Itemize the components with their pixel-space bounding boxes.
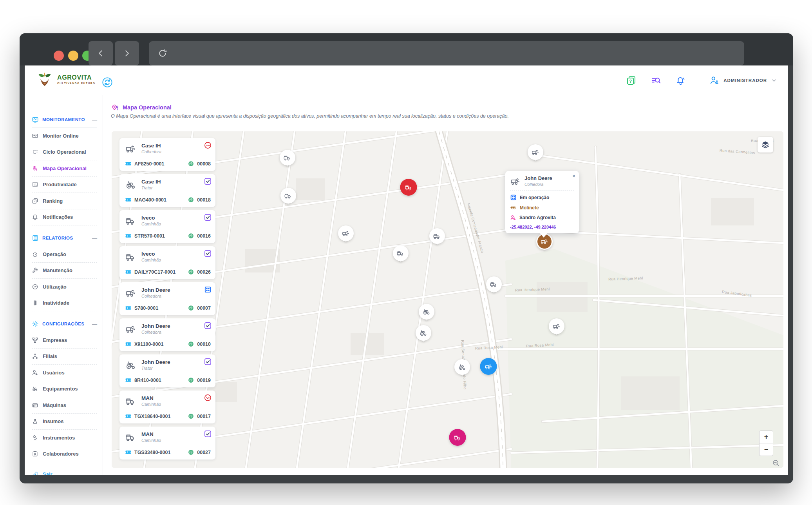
harvester-icon <box>125 323 137 335</box>
vehicle-card[interactable]: MANCaminhãoTGS33480-000100027 <box>119 427 215 460</box>
vehicle-status[interactable] <box>204 322 212 329</box>
sidebar-item-label: Notificações <box>43 214 73 220</box>
sidebar-item-ciclo-operacional[interactable]: Ciclo Operacional <box>32 144 97 161</box>
vehicle-card[interactable]: John DeereColhedoraS780-000100007 <box>119 282 215 315</box>
log-search-icon[interactable] <box>651 75 661 86</box>
sidebar-item-operacao[interactable]: Operação <box>32 246 97 263</box>
app: AGROVITA CULTIVANDO FUTURO ? ADMINISTRAD… <box>25 65 788 475</box>
fingerprint-icon <box>188 413 194 420</box>
sidebar-item-sair[interactable]: Sair <box>32 466 97 475</box>
sidebar-item-utilizacao[interactable]: Utilização <box>32 279 97 295</box>
vehicle-status[interactable] <box>204 214 212 221</box>
vehicle-card[interactable]: John DeereColhedoraX91100-000100010 <box>119 318 215 351</box>
vehicle-card[interactable]: John DeereTrator8R410-000100019 <box>119 354 215 387</box>
truck-icon <box>433 232 441 240</box>
status-checked-icon <box>204 322 212 329</box>
map-marker-white[interactable] <box>454 359 470 375</box>
sidebar-item-label: Ciclo Operacional <box>43 149 86 155</box>
map-marker-white[interactable] <box>486 276 502 292</box>
logo[interactable]: AGROVITA CULTIVANDO FUTURO <box>36 70 96 88</box>
sidebar-item-notificacoes[interactable]: Notificações <box>32 209 97 226</box>
sidebar-section-header[interactable]: CONFIGURAÇÕES— <box>32 316 97 332</box>
map-marker-white[interactable] <box>280 150 295 165</box>
back-button[interactable] <box>89 41 113 65</box>
vehicle-status[interactable] <box>204 142 212 149</box>
vehicle-code: MAG400-0001 <box>134 197 166 203</box>
map-marker-white[interactable] <box>280 188 296 203</box>
sidebar-item-ranking[interactable]: Ranking <box>32 193 97 209</box>
map-marker-white[interactable] <box>419 304 434 320</box>
sidebar-item-insumos[interactable]: Insumos <box>32 414 97 430</box>
vehicle-card[interactable]: IvecoCaminhãoDAILY70C17-000100026 <box>119 246 215 279</box>
vehicle-card[interactable]: Case IHTratorMAG400-000100018 <box>119 174 215 207</box>
sidebar-item-mapa-operacional[interactable]: Mapa Operacional <box>32 160 97 177</box>
minimize-window-button[interactable] <box>68 51 78 61</box>
sidebar: MONITORAMENTO—Monitor OnlineCiclo Operac… <box>25 95 103 475</box>
collapse-icon[interactable]: — <box>92 235 97 241</box>
sidebar-item-colaboradores[interactable]: Colaboradores <box>32 446 97 463</box>
vehicle-code: STR570-0001 <box>134 233 165 239</box>
sidebar-section-header[interactable]: RELATÓRIOS— <box>32 230 97 246</box>
chevron-left-icon <box>96 48 106 58</box>
status-checked-icon <box>204 214 212 221</box>
vehicle-brand: Case IH <box>141 143 161 149</box>
sidebar-item-empresas[interactable]: Empresas <box>32 332 97 349</box>
marker-circle <box>338 225 354 241</box>
sidebar-item-inatividade[interactable]: Inatividade <box>32 295 97 312</box>
sidebar-item-filiais[interactable]: Filiais <box>32 349 97 365</box>
vehicle-status[interactable] <box>204 358 212 365</box>
zoom-to-fit-button[interactable] <box>772 459 780 467</box>
close-icon[interactable]: × <box>572 173 575 179</box>
sidebar-item-manutencao[interactable]: Manutenção <box>32 263 97 279</box>
sidebar-section-header[interactable]: MONITORAMENTO— <box>32 112 97 128</box>
operational-map[interactable]: Avenida Comendador FrancoRua Senador Sal… <box>112 131 783 468</box>
vehicle-card[interactable]: MANCaminhãoTGX18640-000100017 <box>119 391 215 423</box>
map-marker-red[interactable] <box>400 179 417 196</box>
sidebar-item-monitor-online[interactable]: Monitor Online <box>32 128 97 144</box>
map-pin-icon <box>111 103 119 112</box>
notifications-icon[interactable] <box>675 75 686 86</box>
map-marker-white[interactable] <box>528 144 543 160</box>
zoom-out-button[interactable]: − <box>760 443 773 456</box>
map-layers-button[interactable] <box>758 137 773 153</box>
vehicle-card[interactable]: Case IHColhedoraAF8250-000100008 <box>119 138 215 171</box>
sidebar-item-usuarios[interactable]: Usuários <box>32 365 97 381</box>
map-marker-blue[interactable] <box>480 358 497 375</box>
map-marker-white[interactable] <box>393 245 409 261</box>
map-marker-white[interactable] <box>416 325 431 341</box>
url-bar[interactable] <box>149 41 744 65</box>
vehicle-count: 00026 <box>197 269 211 275</box>
sidebar-item-produtividade[interactable]: Produtividade <box>32 177 97 193</box>
admin-menu[interactable]: ADMINISTRADOR <box>709 75 777 85</box>
close-window-button[interactable] <box>54 51 64 61</box>
popup-vehicle-category: Colhedora <box>524 182 552 187</box>
map-marker-magenta[interactable] <box>449 429 466 446</box>
vehicle-status[interactable] <box>204 430 212 438</box>
collapse-icon[interactable]: — <box>92 117 97 123</box>
map-marker-white[interactable] <box>429 228 445 244</box>
marker-circle <box>486 276 502 292</box>
fingerprint-icon <box>188 305 194 311</box>
help-icon[interactable]: ? <box>626 75 637 86</box>
collapse-icon[interactable]: — <box>92 321 97 327</box>
popup-operator: Sandro Agrovita <box>519 215 556 220</box>
forward-button[interactable] <box>115 41 139 65</box>
vehicle-status[interactable] <box>204 394 212 401</box>
sidebar-item-instrumentos[interactable]: Instrumentos <box>32 430 97 446</box>
vehicle-status[interactable] <box>204 178 212 185</box>
refresh-button[interactable] <box>101 76 113 88</box>
vehicle-status[interactable] <box>204 286 212 293</box>
svg-text:?: ? <box>629 79 632 84</box>
fingerprint-icon <box>188 160 194 167</box>
map-marker-white[interactable] <box>338 225 354 241</box>
vehicle-status[interactable] <box>204 250 212 257</box>
sidebar-item-equipamentos[interactable]: Equipamentos <box>32 381 97 398</box>
map-marker-white[interactable] <box>549 318 564 334</box>
popup-implement: Molinete <box>520 205 539 211</box>
sidebar-item-maquinas[interactable]: Máquinas <box>32 397 97 414</box>
sidebar-item-label: Usuários <box>43 370 65 376</box>
zoom-in-button[interactable]: + <box>760 431 773 443</box>
reload-icon[interactable] <box>157 48 168 58</box>
vehicle-card[interactable]: IvecoCaminhãoSTR570-000100016 <box>119 210 215 243</box>
sidebar-item-label: Operação <box>43 251 66 257</box>
